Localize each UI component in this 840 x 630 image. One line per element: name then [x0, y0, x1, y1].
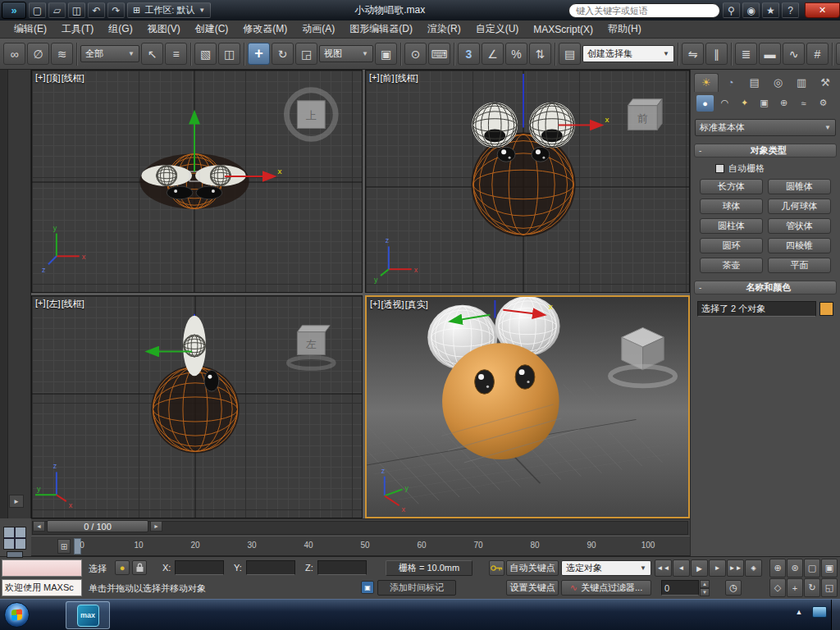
menu-modifiers[interactable]: 修改器(M): [235, 21, 294, 38]
viewport-shading-label[interactable]: [真实]: [405, 299, 428, 311]
select-and-manipulate-icon[interactable]: ⊙: [404, 43, 427, 65]
category-cameras-icon[interactable]: ▣: [756, 95, 773, 112]
viewport-perspective[interactable]: [+] [透视] [真实]: [365, 295, 690, 518]
tab-motion[interactable]: ◎: [766, 73, 789, 92]
rollout-name-color[interactable]: - 名称和颜色: [694, 281, 837, 294]
tab-display[interactable]: ▥: [790, 73, 813, 92]
orbit-icon[interactable]: ↻: [804, 578, 820, 597]
button-tube[interactable]: 管状体: [768, 218, 831, 234]
show-hidden-icons-button[interactable]: ▲: [792, 605, 806, 619]
auto-key-button[interactable]: 自动关键点: [506, 560, 559, 576]
selection-lock-icon[interactable]: [132, 560, 147, 575]
mouse-model-left[interactable]: [151, 316, 239, 454]
add-time-tag-field[interactable]: 添加时间标记: [377, 580, 456, 596]
help-icon[interactable]: ?: [782, 2, 799, 18]
select-and-move-icon[interactable]: +: [248, 43, 270, 65]
viewcube[interactable]: 上: [286, 90, 336, 139]
zoom-icon[interactable]: ⊕: [769, 559, 786, 578]
taskbar-app-3dsmax[interactable]: max: [66, 601, 110, 629]
new-scene-icon[interactable]: ▢: [29, 2, 46, 18]
button-pyramid[interactable]: 四棱锥: [768, 238, 831, 253]
macro-recorder-field[interactable]: [2, 559, 82, 577]
tab-hierarchy[interactable]: ▤: [743, 73, 766, 92]
play-button[interactable]: ►: [691, 559, 708, 577]
close-button[interactable]: ✕: [805, 2, 840, 18]
grid-setting-display[interactable]: 栅格 = 10.0mm: [386, 560, 472, 576]
ribbon-toggle-icon[interactable]: ▬: [759, 43, 781, 65]
autogrid-checkbox[interactable]: [715, 164, 724, 173]
keyboard-override-icon[interactable]: ⌨: [428, 43, 450, 65]
rectangular-selection-region-icon[interactable]: ▧: [194, 43, 217, 65]
primitive-category-dropdown[interactable]: 标准基本体 ▼: [695, 119, 836, 136]
category-lights-icon[interactable]: ✦: [736, 95, 753, 112]
go-to-start-button[interactable]: ◄◄: [655, 559, 672, 577]
favorites-icon[interactable]: ★: [762, 2, 779, 18]
object-name-field[interactable]: [697, 301, 816, 317]
isolate-selection-icon[interactable]: ●: [115, 560, 130, 575]
viewport-shading-label[interactable]: [线框]: [62, 72, 84, 84]
app-menu-button[interactable]: »: [2, 2, 26, 19]
z-coordinate-field[interactable]: [317, 560, 367, 575]
render-setup-icon[interactable]: ♨: [836, 43, 840, 65]
menu-create[interactable]: 创建(C): [188, 21, 236, 38]
community-icon[interactable]: ◉: [742, 2, 760, 18]
menu-graph-editors[interactable]: 图形编辑器(D): [342, 21, 420, 38]
viewport-shading-label[interactable]: [线框]: [62, 298, 84, 310]
show-desktop-button[interactable]: [831, 600, 840, 630]
open-mini-curve-editor-icon[interactable]: ⊞: [57, 539, 71, 554]
key-mode-toggle[interactable]: ◈: [745, 559, 762, 577]
viewport-top[interactable]: [+] [顶] [线框] x: [31, 70, 363, 293]
selection-filter-dropdown[interactable]: 全部 ▼: [80, 45, 139, 62]
time-configuration-button[interactable]: ◷: [725, 580, 742, 596]
viewport-menu-button[interactable]: [+]: [370, 299, 381, 311]
button-teapot[interactable]: 茶壶: [700, 258, 763, 273]
category-systems-icon[interactable]: ⚙: [815, 95, 832, 112]
zoom-extents-all-icon[interactable]: ▣: [821, 559, 838, 578]
x-coordinate-field[interactable]: [175, 560, 224, 575]
menu-group[interactable]: 组(G): [101, 21, 139, 38]
workspace-dropdown[interactable]: ⊞ 工作区: 默认 ▼: [127, 2, 211, 18]
button-cylinder[interactable]: 圆柱体: [700, 218, 763, 234]
viewport-pov-label[interactable]: [顶]: [47, 72, 61, 84]
category-helpers-icon[interactable]: ⊕: [775, 95, 792, 112]
select-and-link-icon[interactable]: ∞: [3, 43, 25, 65]
snap-toggle-3d-icon[interactable]: 3: [458, 43, 480, 65]
viewcube[interactable]: [610, 327, 675, 386]
button-box[interactable]: 长方体: [700, 179, 763, 194]
viewport-front[interactable]: [+] [前] [线框]: [365, 70, 690, 293]
go-to-end-button[interactable]: ►►: [727, 559, 744, 577]
viewport-pov-label[interactable]: [前]: [381, 72, 395, 84]
layer-manager-icon[interactable]: ≣: [735, 43, 757, 65]
menu-customize[interactable]: 自定义(U): [468, 21, 527, 38]
next-frame-arrow[interactable]: ►: [150, 521, 162, 532]
redo-icon[interactable]: ↷: [107, 2, 125, 18]
schematic-view-icon[interactable]: #: [806, 43, 829, 65]
zoom-all-icon[interactable]: ⊛: [787, 559, 803, 578]
object-color-swatch[interactable]: [819, 302, 833, 316]
maxscript-mini-listener[interactable]: 欢迎使用 MAXSc: [2, 579, 82, 596]
viewport-layout-tab-alt[interactable]: [7, 551, 23, 558]
select-by-name-icon[interactable]: ≡: [165, 43, 187, 65]
current-frame-field[interactable]: [661, 580, 699, 596]
mirror-icon[interactable]: ⇋: [682, 43, 704, 65]
key-filters-button[interactable]: ∿ 关键点过滤器...: [561, 580, 651, 596]
button-sphere[interactable]: 球体: [700, 199, 763, 214]
viewport-layout-tab[interactable]: [3, 527, 26, 550]
menu-edit[interactable]: 编辑(E): [7, 21, 54, 38]
reference-coordinate-dropdown[interactable]: 视图 ▼: [319, 45, 373, 62]
category-geometry-icon[interactable]: ●: [696, 95, 714, 112]
previous-frame-button[interactable]: ◄: [673, 559, 690, 577]
frame-spin-down[interactable]: ▼: [700, 588, 710, 596]
tab-create[interactable]: ☀: [694, 73, 719, 92]
named-selection-set-combo[interactable]: 创建选择集 ▼: [582, 45, 674, 62]
category-spacewarps-icon[interactable]: ≈: [795, 95, 812, 112]
viewport-pov-label[interactable]: [透视]: [381, 299, 404, 311]
start-button[interactable]: [4, 602, 30, 628]
viewcube[interactable]: 前: [628, 99, 662, 130]
y-coordinate-field[interactable]: [246, 560, 295, 575]
viewport-left[interactable]: [+] [左] [线框] 左: [31, 295, 363, 518]
search-icon[interactable]: ⚲: [723, 2, 740, 18]
button-geosphere[interactable]: 几何球体: [768, 199, 831, 214]
viewport-menu-button[interactable]: [+]: [369, 72, 380, 84]
category-shapes-icon[interactable]: ◠: [716, 95, 733, 112]
